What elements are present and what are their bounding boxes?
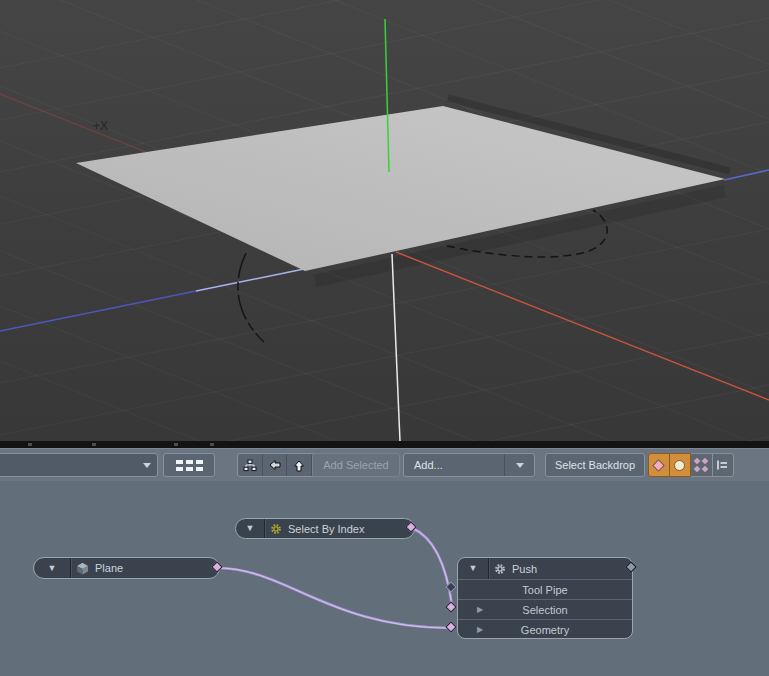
collapse-triangle-icon: ▼ xyxy=(48,564,57,573)
gear-icon xyxy=(270,523,282,535)
circle-connector-icon xyxy=(674,460,685,471)
divider-tick xyxy=(210,443,214,446)
go-back-button[interactable] xyxy=(263,454,288,476)
axis-label-plus-x: +X xyxy=(93,119,108,133)
add-selected-label: Add Selected xyxy=(323,459,388,471)
node-header-divider xyxy=(488,558,489,579)
add-selected-button[interactable]: Add Selected xyxy=(312,453,400,477)
add-label: Add... xyxy=(404,459,504,471)
add-dropdown-button[interactable]: Add... xyxy=(403,453,535,477)
diamond-connector-icon xyxy=(652,459,665,472)
node-push-header[interactable]: ▼ Push xyxy=(458,558,632,579)
node-select-by-index[interactable]: ▼ Select By Index xyxy=(235,518,415,539)
node-header-divider xyxy=(70,558,71,578)
schematic-editor[interactable]: ▼ Select By Index ▼ Plane xyxy=(0,481,769,676)
schematic-toolbar: Add Selected Add... Select Backdrop xyxy=(0,448,769,481)
arrow-left-icon xyxy=(267,458,282,472)
viewport-canvas: +X xyxy=(0,0,769,441)
3d-viewport[interactable]: +X xyxy=(0,0,769,441)
collapse-triangle-icon: ▼ xyxy=(469,564,478,573)
wire-index-to-selection-core xyxy=(412,528,452,606)
chevron-down-icon xyxy=(143,463,151,468)
diamond-connector-toggle[interactable] xyxy=(648,453,670,477)
collapse-button[interactable]: ▼ xyxy=(458,558,488,579)
backdrop-order-toggle[interactable] xyxy=(713,453,735,477)
wire-index-to-selection[interactable] xyxy=(412,528,452,606)
select-backdrop-button[interactable]: Select Backdrop xyxy=(545,453,645,477)
tree-layout-button[interactable] xyxy=(238,454,263,476)
expand-triangle-icon[interactable]: ▶ xyxy=(477,626,483,634)
node-title: Select By Index xyxy=(288,523,364,535)
gear-icon xyxy=(494,563,506,575)
select-backdrop-label: Select Backdrop xyxy=(555,459,635,471)
divider-tick xyxy=(174,443,178,446)
row-label: Selection xyxy=(522,604,567,616)
row-label: Geometry xyxy=(521,624,569,636)
modo-window: +X xyxy=(0,0,769,676)
show-all-channels-toggle[interactable] xyxy=(691,453,713,477)
grid-view-icon xyxy=(176,460,203,471)
quad-diamond-icon xyxy=(694,458,708,472)
divider-tick xyxy=(28,443,32,446)
divider-tick xyxy=(92,443,96,446)
expand-triangle-icon[interactable]: ▶ xyxy=(477,606,483,614)
layout-grid-button[interactable] xyxy=(163,453,215,477)
row-label: Tool Pipe xyxy=(522,584,567,596)
schematic-preset-dropdown[interactable] xyxy=(0,453,158,477)
collapse-button[interactable]: ▼ xyxy=(34,558,70,578)
move-up-button[interactable] xyxy=(287,454,312,476)
node-header-divider xyxy=(264,519,265,538)
mesh-cube-icon xyxy=(76,562,89,575)
chevron-down-icon xyxy=(516,463,524,468)
add-dropdown-arrow[interactable] xyxy=(504,454,534,476)
push-row-tool-pipe[interactable]: Tool Pipe xyxy=(458,579,632,599)
push-row-selection[interactable]: ▶ Selection xyxy=(458,599,632,619)
node-title: Push xyxy=(512,563,537,575)
collapse-button[interactable]: ▼ xyxy=(236,519,264,538)
push-row-geometry[interactable]: ▶ Geometry xyxy=(458,619,632,639)
collapse-triangle-icon: ▼ xyxy=(246,524,255,533)
round-connector-toggle[interactable] xyxy=(670,453,692,477)
tree-view-icon xyxy=(243,459,257,472)
link-style-toggle-group xyxy=(648,453,734,477)
backdrop-list-icon xyxy=(715,458,730,472)
node-title: Plane xyxy=(95,562,123,574)
wire-plane-to-geometry-core xyxy=(218,568,450,628)
node-plane[interactable]: ▼ Plane xyxy=(33,557,220,579)
node-push[interactable]: ▼ Push Tool Pipe ▶ Selection ▶ Geometry xyxy=(457,557,633,639)
viewport-divider[interactable] xyxy=(0,441,769,448)
wire-plane-to-geometry[interactable] xyxy=(218,568,450,628)
arrow-up-icon xyxy=(292,458,306,473)
